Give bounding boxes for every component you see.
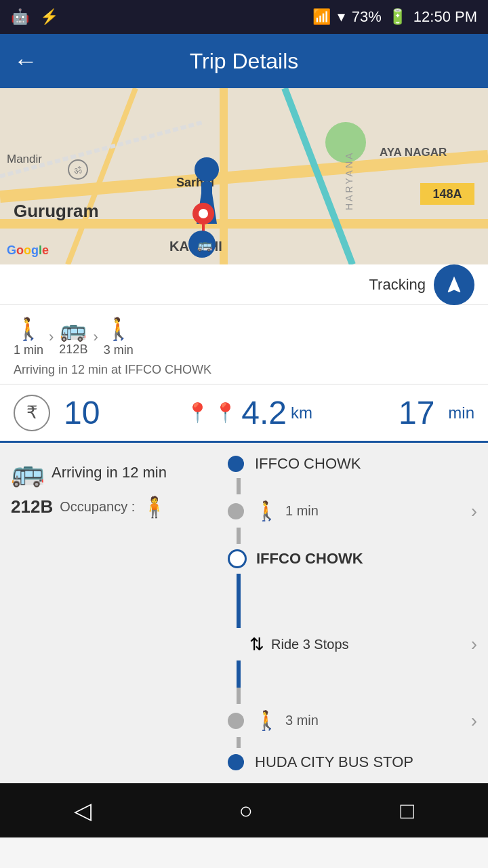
rupee-icon: ₹ [14,395,50,431]
status-bar: 🤖 ⚡ 📶 ▾ 73% 🔋 12:50 PM [0,0,488,34]
walk-dot-2 [228,713,244,729]
location-pin-icon: 📍 [186,401,209,424]
bus-route: 🚌 212B [59,317,87,357]
svg-point-22 [199,209,208,218]
stop-dot-2 [228,549,247,568]
tl-line-blue-2 [237,660,241,688]
svg-text:Gurugram: Gurugram [14,201,99,221]
battery-level: 73% [352,8,382,26]
stop-label-3: HUDA CITY BUS STOP [255,753,413,771]
chevron-icon-2: › [471,633,477,655]
bottom-navigation: ◁ ○ □ [0,783,488,837]
timeline-walk-1[interactable]: 🚶 1 min › [217,494,488,528]
tracking-button[interactable] [434,264,474,305]
stop-dot-1 [228,456,244,472]
rupee-symbol: ₹ [26,402,38,423]
timeline-walk-2[interactable]: 🚶 3 min › [217,704,488,737]
tl-line-3 [237,688,241,704]
distance-unit: km [291,403,312,422]
tl-line-2 [237,528,241,544]
duration-unit: min [448,403,474,422]
distance-value: 4.2 [241,394,287,431]
walk-icon-1: 🚶 [255,500,279,522]
tl-line-1 [237,478,241,494]
stop-label-1: IFFCO CHOWK [255,455,361,473]
walk-icon-2: 🚶 [255,709,279,732]
cost-row: ₹ 10 📍 📍 4.2 km 17 min [0,384,488,443]
walk-row-1: 🚶 1 min [255,500,319,522]
google-logo: Google [7,243,49,258]
map-view[interactable]: 148A Sarhol KANAHI Gurugram AYA NAGAR Ma… [0,88,488,264]
ride-arrows-icon: ⇅ [249,634,264,655]
route-icons-row: 🚶 1 min › 🚌 212B › 🚶 3 min [14,316,474,357]
timeline-stop-1: IFFCO CHOWK [217,450,488,478]
timeline-right: IFFCO CHOWK 🚶 1 min › IFFCO CHOWK [217,443,488,783]
status-info: 📶 ▾ 73% 🔋 12:50 PM [312,8,477,26]
walk-end-icon: 🚶 [105,316,132,342]
walk-start: 🚶 1 min [14,316,43,357]
svg-text:ॐ: ॐ [74,165,82,176]
android-icon: 🤖 [11,8,29,26]
back-button[interactable]: ← [14,47,38,75]
timeline-main: 🚌 Arriving in 12 min 212B Occupancy : 🧍 … [0,443,488,783]
walk-start-icon: 🚶 [15,316,42,342]
location-pin-icon-2: 📍 [214,401,237,424]
battery-icon: 🔋 [388,8,407,26]
arrow-1: › [49,328,54,346]
timeline-stop-3: HUDA CITY BUS STOP [217,748,488,776]
walk-row-2: 🚶 3 min [255,709,319,732]
wifi-icon: ▾ [338,8,345,26]
bus-route-label: 212B [59,342,87,357]
stop-label-2: IFFCO CHOWK [256,550,363,568]
back-nav-button[interactable]: ◁ [74,797,92,824]
bus-arriving-info: 🚌 Arriving in 12 min [11,456,206,488]
tracking-label: Tracking [369,276,426,294]
chevron-icon-3: › [471,710,477,732]
duration-value: 17 [399,394,434,431]
stop-dot-3 [228,754,244,770]
walk-time-1: 1 min [285,503,319,519]
svg-text:HARYANA: HARYANA [344,151,354,210]
fare-value: 10 [64,394,100,431]
timeline-stop-2: IFFCO CHOWK [217,544,488,574]
page-title: Trip Details [190,49,299,74]
tl-line-4 [237,737,241,748]
bus-arrival-icon: 🚌 [11,457,45,487]
distance-container: 📍 📍 4.2 km [113,394,385,431]
timeline-ride[interactable]: ⇅ Ride 3 Stops › [217,628,488,660]
chevron-icon-1: › [471,500,477,522]
tl-line-blue [237,574,241,628]
svg-text:148A: 148A [432,187,462,201]
walk-time-2: 3 min [285,713,319,728]
bus-number-label: 212B [11,496,53,517]
occupancy-label: Occupancy : [60,499,135,515]
time-display: 12:50 PM [413,8,477,26]
navigation-icon [444,275,464,295]
bus-arriving-text: Arriving in 12 min [52,464,167,481]
walk-start-time: 1 min [14,343,43,357]
bus-info-panel: 🚌 Arriving in 12 min 212B Occupancy : 🧍 [0,443,217,783]
home-nav-button[interactable]: ○ [239,797,253,824]
bus-icon-wrapper: 🚌 [11,456,45,488]
app-header: ← Trip Details [0,34,488,88]
arrow-2: › [93,328,98,346]
status-icons: 🤖 ⚡ [11,8,58,26]
bus-icon: 🚌 [60,317,87,342]
svg-text:🚌: 🚌 [197,237,213,252]
walk-end: 🚶 3 min [104,316,134,357]
recent-nav-button[interactable]: □ [401,797,415,824]
arriving-text: Arriving in 12 min at IFFCO CHOWK [14,363,474,377]
bus-number-row: 212B Occupancy : 🧍 [11,495,206,519]
svg-point-18 [195,157,219,182]
walk-dot-1 [228,503,244,519]
walk-end-time: 3 min [104,343,134,357]
person-occupancy-icon: 🧍 [142,495,167,519]
timeline-section: 🚌 Arriving in 12 min 212B Occupancy : 🧍 … [0,443,488,783]
tracking-bar: Tracking [0,264,488,305]
svg-text:Mandir: Mandir [7,153,42,165]
signal-icon: 📶 [312,8,331,26]
usb-icon: ⚡ [40,8,58,26]
ride-label: Ride 3 Stops [271,637,349,652]
route-summary: 🚶 1 min › 🚌 212B › 🚶 3 min Arriving in 1… [0,305,488,384]
svg-text:AYA NAGAR: AYA NAGAR [380,146,447,159]
